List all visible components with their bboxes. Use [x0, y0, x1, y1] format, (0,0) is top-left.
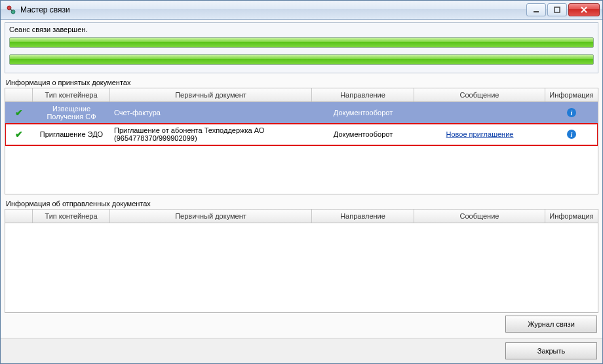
- info-icon[interactable]: i: [567, 108, 576, 117]
- app-window: Мастер связи Сеанс связи завершен. Инфор…: [0, 0, 603, 364]
- col-doc[interactable]: Первичный документ: [110, 209, 312, 223]
- progress-bar-1: [9, 37, 594, 48]
- journal-button[interactable]: Журнал связи: [505, 316, 597, 333]
- col-status: [5, 88, 33, 101]
- received-label: Информация о принятых документах: [6, 79, 597, 86]
- progress-bar-2: [9, 54, 594, 65]
- received-header: Тип контейнера Первичный документ Направ…: [5, 88, 598, 102]
- received-grid: Тип контейнера Первичный документ Направ…: [5, 88, 598, 194]
- col-info[interactable]: Информация: [545, 88, 598, 101]
- col-doc[interactable]: Первичный документ: [110, 88, 312, 101]
- cell-status: ✔: [5, 102, 33, 123]
- sent-label: Информация об отправленных документах: [6, 200, 597, 208]
- col-type[interactable]: Тип контейнера: [33, 209, 110, 223]
- cell-dir: Документооборот: [312, 102, 414, 123]
- sent-body: [5, 223, 598, 312]
- session-status: Сеанс связи завершен.: [9, 26, 594, 33]
- titlebar: Мастер связи: [1, 1, 602, 20]
- cell-info[interactable]: i: [545, 102, 598, 123]
- col-msg[interactable]: Сообщение: [414, 88, 545, 101]
- received-body: ✔Извещение Получения СФСчет-фактураДокум…: [5, 102, 598, 194]
- window-title: Мастер связи: [20, 5, 526, 14]
- table-row[interactable]: ✔Извещение Получения СФСчет-фактураДокум…: [5, 102, 598, 124]
- message-link[interactable]: Новое приглашение: [446, 130, 514, 138]
- check-icon: ✔: [15, 129, 23, 139]
- app-icon: [6, 5, 16, 15]
- cell-info[interactable]: i: [545, 124, 598, 145]
- col-msg[interactable]: Сообщение: [414, 209, 545, 223]
- col-info[interactable]: Информация: [545, 209, 598, 223]
- check-icon: ✔: [15, 107, 23, 118]
- cell-msg[interactable]: Новое приглашение: [414, 124, 545, 145]
- info-icon[interactable]: i: [567, 130, 576, 139]
- cell-doc: Счет-фактура: [110, 102, 312, 123]
- cell-type: Приглашение ЭДО: [33, 124, 110, 145]
- minimize-button[interactable]: [526, 3, 546, 16]
- maximize-button[interactable]: [547, 3, 567, 16]
- col-status: [5, 209, 33, 223]
- close-window-button[interactable]: [568, 3, 600, 16]
- cell-type: Извещение Получения СФ: [33, 102, 110, 123]
- body: Сеанс связи завершен. Информация о приня…: [1, 20, 602, 338]
- cell-doc: Приглашение от абонента Техподдержка АО …: [110, 124, 312, 145]
- col-type[interactable]: Тип контейнера: [33, 88, 110, 101]
- col-dir[interactable]: Направление: [312, 209, 414, 223]
- svg-rect-3: [554, 7, 560, 12]
- table-row[interactable]: ✔Приглашение ЭДОПриглашение от абонента …: [5, 124, 598, 145]
- session-panel: Сеанс связи завершен.: [5, 22, 598, 73]
- svg-rect-2: [534, 11, 539, 12]
- sent-header: Тип контейнера Первичный документ Направ…: [5, 209, 598, 223]
- cell-dir: Документооборот: [312, 124, 414, 145]
- journal-row: Журнал связи: [5, 313, 598, 334]
- cell-status: ✔: [5, 124, 33, 145]
- cell-msg: [414, 102, 545, 123]
- window-controls: [526, 3, 600, 16]
- sent-grid: Тип контейнера Первичный документ Направ…: [5, 209, 598, 313]
- footer: Закрыть: [1, 338, 602, 363]
- col-dir[interactable]: Направление: [312, 88, 414, 101]
- close-button[interactable]: Закрыть: [505, 342, 597, 359]
